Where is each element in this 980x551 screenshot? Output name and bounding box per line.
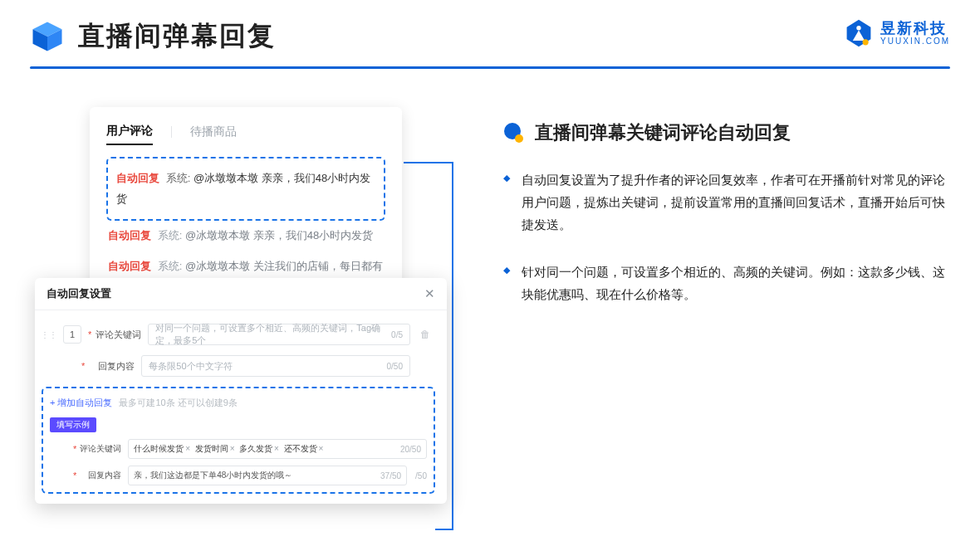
side-count: /50 [415, 471, 427, 480]
required-mark: * [73, 471, 76, 480]
cube-icon [30, 19, 65, 54]
content-input[interactable]: 每条限50个中文字符 0/50 [141, 355, 410, 377]
bullet-item: 针对同一个问题，可设置多个相近的、高频的关键词。例如：这款多少钱、这块能优惠吗、… [522, 261, 945, 305]
required-mark: * [88, 329, 91, 339]
page-title: 直播间弹幕回复 [78, 18, 276, 55]
content-label: 回复内容 [80, 470, 121, 481]
brand-name: 昱新科技 [880, 21, 950, 36]
example-content-count: 37/50 [380, 471, 401, 480]
placeholder-text: 每条限50个中文字符 [149, 360, 232, 373]
tag: 发货时间× [195, 444, 235, 453]
tab-pending-products[interactable]: 待播商品 [190, 124, 237, 144]
tag: 什么时候发货× [134, 444, 190, 453]
content-count: 0/50 [387, 362, 403, 371]
two-circle-icon [503, 122, 525, 144]
system-label: 系统: [166, 172, 191, 184]
delete-icon[interactable]: 🗑 [415, 329, 435, 340]
keyword-label: 评论关键词 [95, 329, 141, 341]
bullet-item: 自动回复设置为了提升作者的评论回复效率，作者可在开播前针对常见的评论用户问题，提… [522, 168, 945, 236]
system-label: 系统: [158, 229, 183, 241]
auto-reply-badge: 自动回复 [116, 172, 159, 184]
section-title: 直播间弹幕关键词评论自动回复 [535, 120, 791, 145]
example-highlight: + 增加自动回复 最多可建10条 还可以创建9条 填写示例 * 评论关键词 什么… [42, 387, 435, 494]
add-hint: 最多可建10条 还可以创建9条 [119, 397, 237, 409]
connector-line [404, 162, 453, 163]
brand: 昱新科技 YUUXIN.COM [844, 18, 950, 48]
tab-separator [171, 126, 172, 138]
system-label: 系统: [158, 260, 183, 272]
keyword-count: 0/5 [391, 330, 403, 339]
brand-logo-icon [844, 18, 874, 48]
svg-point-7 [515, 134, 523, 143]
required-mark: * [81, 361, 85, 371]
keyword-label: 评论关键词 [80, 443, 121, 455]
connector-line [435, 529, 453, 530]
example-content-text: 亲，我们这边都是下单48小时内发货的哦～ [134, 470, 292, 481]
connector-line [452, 162, 453, 530]
tab-user-comments[interactable]: 用户评论 [106, 124, 153, 145]
example-keyword-count: 20/50 [400, 445, 421, 454]
placeholder-text: 对同一个问题，可设置多个相近、高频的关键词，Tag确定，最多5个 [155, 322, 391, 347]
comment-text: @冰墩墩本墩 亲亲，我们48小时内发货 [185, 229, 373, 241]
svg-point-5 [863, 39, 869, 45]
auto-reply-badge: 自动回复 [108, 260, 151, 272]
close-icon[interactable]: ✕ [424, 286, 435, 301]
example-badge: 填写示例 [50, 417, 96, 432]
svg-point-3 [856, 26, 860, 30]
add-auto-reply-button[interactable]: + 增加自动回复 [50, 397, 112, 409]
content-label: 回复内容 [88, 360, 135, 373]
auto-reply-settings-modal: 自动回复设置 ✕ ⋮⋮ 1 * 评论关键词 对同一个问题，可设置多个相近、高频的… [35, 278, 447, 504]
example-content-input[interactable]: 亲，我们这边都是下单48小时内发货的哦～ 37/50 [128, 466, 407, 485]
screenshot-composite: 用户评论 待播商品 自动回复 系统: @冰墩墩本墩 亲亲，我们48小时内发货 自… [35, 107, 457, 505]
keyword-input[interactable]: 对同一个问题，可设置多个相近、高频的关键词，Tag确定，最多5个 0/5 [148, 324, 410, 345]
modal-title: 自动回复设置 [47, 286, 111, 301]
tag: 还不发货× [284, 444, 324, 453]
required-mark: * [73, 444, 76, 454]
highlighted-comment: 自动回复 系统: @冰墩墩本墩 亲亲，我们48小时内发货 [106, 157, 385, 221]
brand-domain: YUUXIN.COM [880, 37, 950, 46]
rule-index: 1 [63, 325, 81, 344]
example-keyword-input[interactable]: 什么时候发货× 发货时间× 多久发货× 还不发货× 20/50 [128, 439, 427, 459]
drag-handle-icon[interactable]: ⋮⋮ [42, 330, 56, 339]
tag: 多久发货× [239, 444, 279, 453]
auto-reply-badge: 自动回复 [108, 229, 151, 241]
comment-item: 自动回复 系统: @冰墩墩本墩 亲亲，我们48小时内发货 [106, 221, 385, 251]
